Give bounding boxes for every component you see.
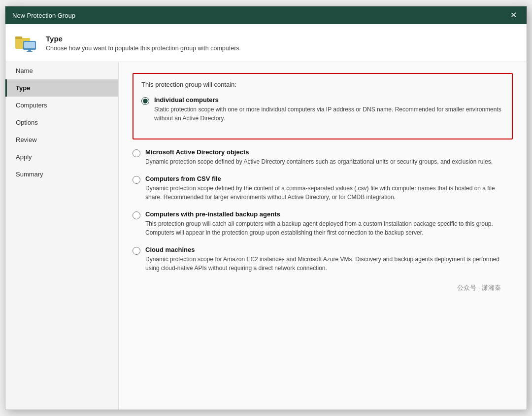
sidebar-item-name[interactable]: Name — [5, 62, 118, 79]
option-preinstalled-desc: This protection group will catch all com… — [145, 219, 513, 237]
close-button[interactable]: ✕ — [507, 10, 520, 20]
option-csv-desc: Dynamic protection scope defined by the … — [145, 184, 513, 202]
header-icon — [14, 31, 38, 55]
dialog-title: New Protection Group — [12, 12, 75, 19]
option-preinstalled-label: Computers with pre-installed backup agen… — [145, 210, 513, 218]
option-row-cloud: Cloud machines Dynamic protection scope … — [133, 246, 513, 273]
sidebar-item-summary[interactable]: Summary — [5, 166, 118, 183]
svg-rect-4 — [28, 50, 31, 51]
sidebar-item-type[interactable]: Type — [5, 79, 118, 97]
svg-rect-3 — [24, 42, 35, 48]
new-protection-group-dialog: New Protection Group ✕ Type Choose how y… — [5, 6, 527, 410]
dialog-titlebar: New Protection Group ✕ — [5, 6, 527, 24]
option-row-ad: Microsoft Active Directory objects Dynam… — [133, 148, 513, 166]
svg-rect-5 — [27, 51, 33, 52]
option-individual-desc: Static protection scope with one or more… — [154, 105, 504, 123]
option-csv-label: Computers from CSV file — [145, 175, 513, 182]
footer-area: 公众号 · 潇湘秦 — [133, 281, 513, 301]
radio-preinstalled[interactable] — [133, 211, 140, 219]
radio-cloud[interactable] — [133, 247, 140, 255]
sidebar-item-computers[interactable]: Computers — [5, 97, 118, 114]
sidebar-item-apply[interactable]: Apply — [5, 148, 118, 166]
option-row-csv: Computers from CSV file Dynamic protecti… — [133, 175, 513, 202]
dialog-body: Name Type Computers Options Review Apply… — [5, 62, 527, 410]
option-cloud-desc: Dynamic protection scope for Amazon EC2 … — [145, 255, 513, 273]
option-ad-desc: Dynamic protection scope defined by Acti… — [145, 157, 493, 166]
option-row-preinstalled: Computers with pre-installed backup agen… — [133, 210, 513, 237]
header-title: Type — [46, 35, 241, 43]
sidebar-item-review[interactable]: Review — [5, 131, 118, 148]
radio-individual[interactable] — [141, 97, 149, 105]
radio-csv[interactable] — [133, 176, 140, 184]
option-ad-label: Microsoft Active Directory objects — [145, 148, 493, 156]
svg-rect-1 — [15, 36, 22, 39]
dialog-header-text: Type Choose how you want to populate thi… — [46, 35, 241, 52]
header-description: Choose how you want to populate this pro… — [46, 45, 241, 52]
highlighted-option-box: This protection group will contain: Indi… — [133, 73, 513, 139]
option-row-individual: Individual computers Static protection s… — [141, 96, 504, 123]
main-content: This protection group will contain: Indi… — [119, 62, 527, 410]
sidebar-item-options[interactable]: Options — [5, 114, 118, 131]
sidebar: Name Type Computers Options Review Apply… — [5, 62, 119, 410]
option-cloud-label: Cloud machines — [145, 246, 513, 253]
radio-ad-objects[interactable] — [133, 149, 140, 157]
option-individual-label: Individual computers — [154, 96, 504, 104]
dialog-header: Type Choose how you want to populate thi… — [5, 24, 527, 62]
watermark: 公众号 · 潇湘秦 — [457, 283, 501, 292]
section-intro: This protection group will contain: — [141, 81, 504, 88]
